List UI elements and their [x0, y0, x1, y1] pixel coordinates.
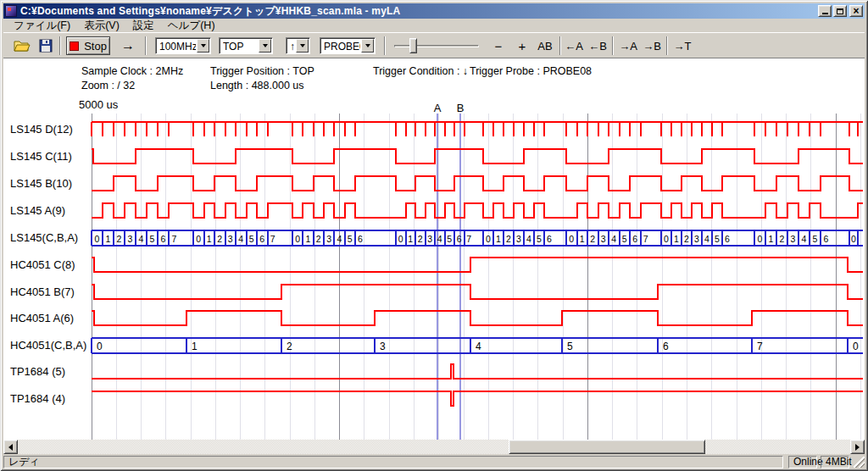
goto-b-left-button[interactable]: ←B: [587, 36, 609, 55]
toolbar-separator: [384, 36, 386, 55]
channel-label: HC4051 C(8): [10, 258, 75, 271]
close-button[interactable]: ×: [849, 5, 863, 17]
sample-clock-info: Sample Clock : 2MHz: [81, 65, 183, 77]
bus-value: 2: [590, 234, 595, 244]
bus-value: 1: [674, 234, 679, 244]
scroll-right-button[interactable]: [850, 440, 865, 454]
waveform-canvas[interactable]: AB5000 usLS145 D(12)LS145 C(11)LS145 B(1…: [3, 96, 865, 440]
bus-value: 7: [466, 234, 471, 244]
toolbar-separator: [59, 36, 61, 55]
channel-hc4051-b7: HC4051 B(7): [10, 285, 863, 299]
save-file-button[interactable]: [39, 39, 53, 56]
maximize-button[interactable]: [833, 5, 847, 17]
resize-grip[interactable]: [854, 457, 865, 468]
zoom-in-button[interactable]: +: [512, 36, 532, 55]
sample-clock-combo[interactable]: 100MHz: [155, 37, 211, 54]
bus-value: 5: [537, 234, 542, 244]
status-message: レディ: [3, 456, 783, 468]
bus-value: 0: [851, 234, 856, 244]
bus-value: 3: [791, 234, 796, 244]
bus-value: 0: [664, 234, 669, 244]
bus-value: 6: [663, 341, 669, 352]
run-button[interactable]: →: [117, 36, 139, 55]
goto-a-right-button[interactable]: →A: [617, 36, 639, 55]
scroll-left-button[interactable]: [3, 440, 18, 454]
channel-ls145-c11: LS145 C(11): [10, 149, 863, 163]
statusbar: レディ Online 4MBit: [3, 455, 865, 468]
bus-value: 2: [506, 234, 511, 244]
sample-clock-value: 100MHz: [159, 40, 196, 53]
channel-ls145-bus: LS145(C,B,A)0123456701234567012345601234…: [10, 230, 863, 246]
trigger-probe-dropdown-button[interactable]: [361, 39, 374, 53]
zoom-slider-thumb[interactable]: [409, 38, 417, 53]
goto-b-right-button[interactable]: →B: [641, 36, 663, 55]
bus-value: 6: [161, 234, 166, 244]
maximize-icon: [837, 8, 843, 14]
trigger-position-combo[interactable]: TOP: [219, 37, 273, 54]
status-memory: 4MBit: [821, 456, 849, 468]
stop-button[interactable]: Stop: [66, 36, 110, 55]
bus-value: 3: [228, 234, 233, 244]
bus-value: 4: [437, 234, 442, 244]
window-title: C:¥Documents and Settings¥noname¥デスクトップ¥…: [20, 4, 816, 19]
bit-waveform: [92, 149, 863, 163]
bus-value: 1: [306, 234, 311, 244]
bus-value: 5: [348, 234, 353, 244]
goto-a-left-button[interactable]: ←A: [563, 36, 585, 55]
trigger-position-value: TOP: [223, 40, 258, 53]
bus-value: 3: [380, 341, 386, 352]
app-icon: [5, 5, 17, 17]
bus-value: 5: [150, 234, 155, 244]
channel-label: HC4051 A(6): [10, 312, 74, 324]
trigger-probe-combo[interactable]: PROBE00: [320, 37, 376, 54]
bus-value: 2: [780, 234, 785, 244]
bus-value: 0: [398, 234, 403, 244]
bus-value: 1: [580, 234, 585, 244]
bus-value: 7: [172, 234, 177, 244]
bus-value: 3: [694, 234, 699, 244]
pulse-waveform: [92, 391, 863, 406]
horizontal-scrollbar[interactable]: [3, 440, 865, 454]
bus-value: 6: [725, 234, 730, 244]
channel-label: LS145 C(11): [10, 150, 72, 163]
bus-value: 6: [824, 234, 829, 244]
bus-value: 5: [813, 234, 818, 244]
channel-ls145-d12: LS145 D(12): [10, 122, 863, 136]
menu-settings[interactable]: 設定: [126, 18, 161, 34]
cursor-b-label: B: [457, 102, 465, 114]
open-file-button[interactable]: [14, 39, 31, 56]
menu-help[interactable]: ヘルプ(H): [161, 18, 222, 34]
zoom-slider[interactable]: [392, 36, 481, 55]
bus-value: 1: [408, 234, 413, 244]
bus-value: 1: [106, 234, 111, 244]
ab-cursor-button[interactable]: AB: [534, 36, 556, 55]
bus-value: 3: [516, 234, 521, 244]
floppy-icon: [39, 39, 53, 53]
bus-value: 0: [758, 234, 763, 244]
scrollbar-thumb[interactable]: [509, 440, 705, 454]
trigger-probe-info: Trigger Probe : PROBE08: [470, 65, 592, 77]
channel-hc4051-a6: HC4051 A(6): [10, 311, 863, 325]
zoom-out-button[interactable]: −: [488, 36, 509, 55]
trigger-position-dropdown-button[interactable]: [259, 39, 271, 53]
sample-clock-dropdown-button[interactable]: [197, 39, 209, 53]
menu-view[interactable]: 表示(V): [77, 18, 126, 34]
bus-value: 3: [326, 234, 331, 244]
bus-value: 2: [287, 341, 292, 352]
minimize-button[interactable]: [818, 5, 832, 17]
menu-file[interactable]: ファイル(F): [7, 18, 77, 34]
bus-value: 0: [97, 341, 103, 352]
cursor-a-label: A: [434, 102, 442, 114]
trigger-edge-dropdown-button[interactable]: [296, 39, 309, 53]
pulse-waveform: [92, 364, 863, 379]
channel-tp1684-4: TP1684 (4): [10, 391, 863, 406]
bus-value: 3: [601, 234, 606, 244]
bus-value: 4: [476, 341, 481, 352]
trigger-condition-info: Trigger Condition : ↓: [373, 65, 468, 77]
channel-label: HC4051(C,B,A): [10, 339, 86, 352]
trigger-edge-combo[interactable]: ↑: [286, 37, 310, 54]
bit-waveform: [92, 285, 863, 299]
minimize-icon: [822, 13, 828, 14]
goto-trigger-button[interactable]: →T: [671, 36, 693, 55]
close-icon: ×: [850, 5, 862, 17]
